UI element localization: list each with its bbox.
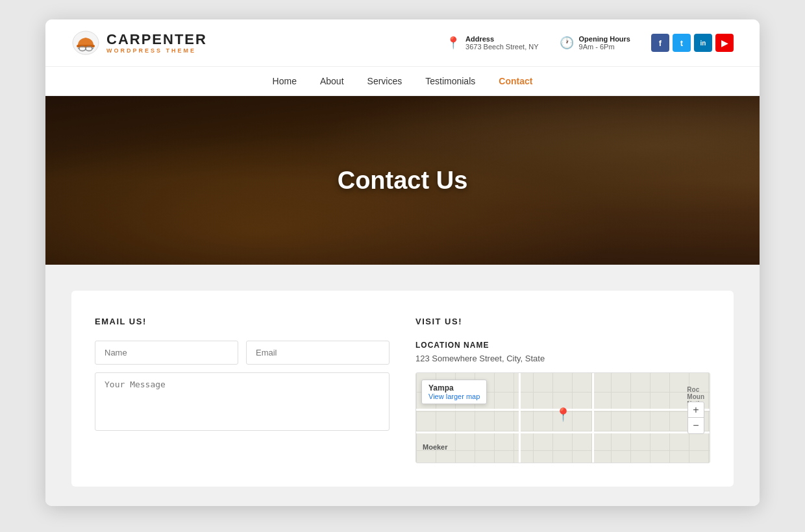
hero-banner: Contact Us <box>45 96 760 265</box>
visit-section: VISIT US! LOCATION NAME 123 Somewhere St… <box>415 317 710 463</box>
logo-subtitle: WORDPRESS THEME <box>106 47 207 54</box>
address-value: 3673 Beech Street, NY <box>465 43 539 51</box>
linkedin-button[interactable]: in <box>694 34 712 52</box>
nav-about[interactable]: About <box>320 76 344 86</box>
location-address: 123 Somewhere Street, City, State <box>415 354 710 363</box>
address-info: 📍 Address 3673 Beech Street, NY <box>446 35 539 51</box>
map-pin: 📍 <box>555 407 571 422</box>
nav-testimonials[interactable]: Testimonials <box>425 76 475 86</box>
map-road <box>416 431 710 433</box>
header-info: 📍 Address 3673 Beech Street, NY 🕐 Openin… <box>446 34 734 52</box>
svg-line-5 <box>78 48 79 49</box>
logo-area: CARPENTER WORDPRESS THEME <box>71 29 207 57</box>
visit-heading: VISIT US! <box>415 317 710 326</box>
nav-home[interactable]: Home <box>273 76 297 86</box>
twitter-button[interactable]: t <box>673 34 691 52</box>
logo-text: CARPENTER WORDPRESS THEME <box>106 32 207 54</box>
message-textarea[interactable] <box>95 372 390 431</box>
hours-info: 🕐 Opening Hours 9Am - 6Pm <box>560 35 630 51</box>
map-tooltip-link[interactable]: View larger map <box>428 393 480 400</box>
svg-rect-1 <box>77 45 95 47</box>
email-section: EMAIL US! <box>95 317 390 463</box>
social-icons: f t in ▶ <box>651 34 734 52</box>
main-content: EMAIL US! VISIT US! LOCATION NAME 123 So… <box>45 265 760 506</box>
map-tooltip-title: Yampa <box>428 383 480 393</box>
svg-line-6 <box>92 48 93 49</box>
location-icon: 📍 <box>446 36 460 50</box>
form-name-email-row <box>95 341 390 365</box>
hero-title: Contact Us <box>338 167 468 195</box>
youtube-button[interactable]: ▶ <box>715 34 734 52</box>
browser-window: CARPENTER WORDPRESS THEME 📍 Address 3673… <box>45 19 760 506</box>
email-heading: EMAIL US! <box>95 317 390 326</box>
address-label: Address <box>465 35 539 43</box>
map-zoom-in[interactable]: + <box>688 402 704 418</box>
nav-services[interactable]: Services <box>367 76 402 86</box>
email-input[interactable] <box>246 341 390 365</box>
hours-label: Opening Hours <box>579 35 630 43</box>
nav-contact[interactable]: Contact <box>499 76 532 86</box>
facebook-button[interactable]: f <box>651 34 669 52</box>
map-road <box>519 373 521 463</box>
map-label-moeker: Moeker <box>423 443 448 451</box>
map-tooltip: Yampa View larger map <box>421 380 487 404</box>
contact-card: EMAIL US! VISIT US! LOCATION NAME 123 So… <box>71 291 734 487</box>
name-input[interactable] <box>95 341 238 365</box>
hours-value: 9Am - 6Pm <box>579 43 630 51</box>
map-container: Moeker Roc Moun Natio 📍 Yampa View large… <box>415 372 710 463</box>
clock-icon: 🕐 <box>560 36 574 50</box>
map-zoom-controls: + − <box>687 402 704 434</box>
logo-title: CARPENTER <box>106 32 207 47</box>
site-header: CARPENTER WORDPRESS THEME 📍 Address 3673… <box>45 19 760 67</box>
map-zoom-out[interactable]: − <box>688 418 704 433</box>
map-road <box>592 373 594 463</box>
location-name: LOCATION NAME <box>415 341 710 350</box>
site-navigation: Home About Services Testimonials Contact <box>45 67 760 96</box>
logo-icon <box>71 29 100 57</box>
